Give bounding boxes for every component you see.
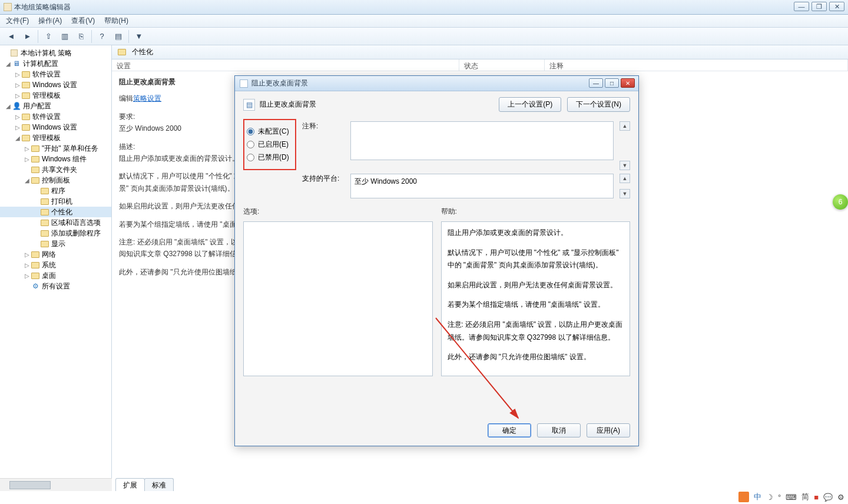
tree-user-config[interactable]: ◢👤用户配置 (0, 101, 111, 111)
scroll-down-icon[interactable]: ▼ (620, 161, 630, 170)
col-comment[interactable]: 注释 (545, 59, 848, 71)
comment-label: 注释: (302, 121, 344, 170)
config-radio-group: 未配置(C) 已启用(E) 已禁用(D) (243, 119, 296, 170)
tree-item[interactable]: 打印机 (0, 196, 111, 207)
help-icon[interactable]: ? (95, 30, 108, 43)
tree-root[interactable]: 本地计算机 策略 (0, 48, 111, 58)
tree-item[interactable]: 共享文件夹 (0, 164, 111, 175)
tree-item[interactable]: ▷Windows 设置 (0, 122, 111, 132)
ime-indicator[interactable]: 中 (754, 492, 761, 502)
computer-icon: 🖥 (12, 59, 21, 68)
radio-disabled[interactable]: 已禁用(D) (247, 152, 293, 163)
menu-view[interactable]: 查看(V) (71, 16, 95, 26)
col-state[interactable]: 状态 (459, 59, 545, 71)
export-icon[interactable]: ⎘ (75, 30, 88, 43)
tree-scrollbar[interactable] (0, 478, 112, 491)
scroll-down-icon[interactable]: ▼ (620, 189, 630, 198)
window-titlebar: 本地组策略编辑器 — ❐ ✕ (0, 0, 848, 15)
list-icon[interactable]: ▥ (58, 30, 71, 43)
tray-camera-icon[interactable]: ■ (814, 493, 819, 502)
comment-input[interactable] (350, 121, 614, 160)
tray-chat-icon[interactable]: 💬 (823, 493, 833, 502)
maximize-button[interactable]: ❐ (811, 2, 827, 11)
system-tray: 中 ☽ ° ⌨ 简 ■ 💬 ⚙ (738, 492, 844, 502)
supported-box: 至少 Windows 2000 (350, 174, 614, 198)
gear-icon: ⚙ (31, 282, 40, 290)
cancel-button[interactable]: 取消 (537, 423, 581, 437)
props-icon[interactable]: ▤ (112, 30, 125, 43)
menu-file[interactable]: 文件(F) (6, 16, 29, 26)
menu-action[interactable]: 操作(A) (38, 16, 62, 26)
tree-item[interactable]: ▷Windows 设置 (0, 79, 111, 90)
col-setting[interactable]: 设置 (112, 59, 459, 71)
tray-icon[interactable] (738, 492, 749, 502)
tree-control-panel[interactable]: ◢控制面板 (0, 175, 111, 185)
tree-item[interactable]: ▷Windows 组件 (0, 154, 111, 164)
separator (38, 30, 38, 43)
apply-button[interactable]: 应用(A) (587, 423, 630, 437)
radio-enabled[interactable]: 已启用(E) (247, 140, 293, 150)
radio-not-configured[interactable]: 未配置(C) (247, 127, 293, 137)
tree-pane[interactable]: 本地计算机 策略 ◢🖥计算机配置 ▷软件设置 ▷Windows 设置 ▷管理模板… (0, 45, 112, 491)
tree-item[interactable]: ⚙所有设置 (0, 281, 111, 291)
tree-item[interactable]: 显示 (0, 238, 111, 249)
tree-item[interactable]: ▷管理模板 (0, 90, 111, 101)
toolbar: ◄ ► ⇧ ▥ ⎘ ? ▤ ▼ (0, 28, 848, 45)
scroll-up-icon[interactable]: ▲ (620, 121, 630, 131)
menu-help[interactable]: 帮助(H) (104, 16, 128, 26)
prev-setting-button[interactable]: 上一个设置(P) (499, 97, 561, 112)
tab-extended[interactable]: 扩展 (115, 478, 145, 491)
column-headers: 设置 状态 注释 (112, 59, 848, 71)
tree-item[interactable]: ▷桌面 (0, 270, 111, 281)
filter-icon[interactable]: ▼ (132, 30, 145, 43)
app-icon (4, 3, 12, 11)
back-icon[interactable]: ◄ (5, 30, 18, 43)
edit-policy-link[interactable]: 策略设置 (133, 94, 161, 102)
dialog-icon (240, 79, 248, 88)
up-icon[interactable]: ⇧ (42, 30, 55, 43)
tree-personalization[interactable]: 个性化 (0, 207, 111, 217)
tree-item[interactable]: ▷系统 (0, 260, 111, 270)
dialog-title: 阻止更改桌面背景 (251, 78, 308, 88)
forward-icon[interactable]: ► (21, 30, 34, 43)
policy-dialog: 阻止更改桌面背景 — □ ✕ ▤ 阻止更改桌面背景 上一个设置(P) 下一个设置… (234, 75, 639, 446)
menubar: 文件(F) 操作(A) 查看(V) 帮助(H) (0, 15, 848, 28)
ok-button[interactable]: 确定 (488, 423, 531, 437)
help-box[interactable]: 阻止用户添加或更改桌面的背景设计。 默认情况下，用户可以使用 "个性化" 或 "… (441, 221, 631, 376)
tree-admin-templates[interactable]: ◢管理模板 (0, 132, 111, 143)
tree-computer-config[interactable]: ◢🖥计算机配置 (0, 58, 111, 69)
options-label: 选项: (243, 207, 433, 217)
dialog-heading: 阻止更改桌面背景 (260, 100, 316, 110)
policy-icon: ▤ (243, 99, 255, 111)
tab-standard[interactable]: 标准 (144, 478, 174, 491)
dialog-minimize-button[interactable]: — (589, 78, 603, 88)
tree-item[interactable]: ▷软件设置 (0, 69, 111, 79)
tree-item[interactable]: 程序 (0, 185, 111, 196)
ime-simp[interactable]: 简 (801, 492, 809, 502)
next-setting-button[interactable]: 下一个设置(N) (567, 97, 630, 112)
tree-item[interactable]: ▷"开始" 菜单和任务 (0, 143, 111, 154)
dialog-maximize-button[interactable]: □ (605, 78, 619, 88)
tray-moon-icon[interactable]: ☽ (766, 493, 773, 502)
dialog-close-button[interactable]: ✕ (621, 78, 635, 88)
tree-item[interactable]: 区域和语言选项 (0, 217, 111, 228)
tray-weather-icon[interactable]: ° (778, 493, 781, 502)
dialog-titlebar[interactable]: 阻止更改桌面背景 — □ ✕ (235, 76, 638, 91)
user-icon: 👤 (12, 102, 21, 110)
green-badge[interactable]: 6 (833, 194, 848, 210)
tree-item[interactable]: ▷网络 (0, 249, 111, 260)
tray-keyboard-icon[interactable]: ⌨ (786, 493, 797, 502)
minimize-button[interactable]: — (794, 2, 809, 11)
folder-icon (118, 49, 126, 55)
close-button[interactable]: ✕ (829, 2, 844, 11)
window-title: 本地组策略编辑器 (14, 2, 71, 12)
tree-item[interactable]: ▷软件设置 (0, 111, 111, 122)
tree-item[interactable]: 添加或删除程序 (0, 228, 111, 238)
scroll-up-icon[interactable]: ▲ (620, 174, 630, 183)
supported-label: 支持的平台: (302, 174, 344, 198)
tray-gear-icon[interactable]: ⚙ (837, 493, 844, 502)
bottom-tabs: 扩展 标准 (112, 478, 173, 491)
separator (91, 30, 92, 43)
breadcrumb-label: 个性化 (132, 47, 153, 57)
help-label: 帮助: (441, 207, 631, 217)
